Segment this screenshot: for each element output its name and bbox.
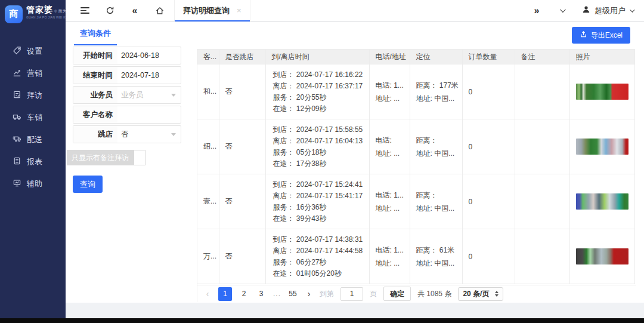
sidebar-item-label: 车销 xyxy=(27,112,42,123)
sidebar-nav: 设置 营销 拜访 车销 配送 报表 xyxy=(0,27,66,195)
time-cell: 到店： 2024-07-17 14:38:31 离店： 2024-07-17 1… xyxy=(265,229,369,284)
phone-address-cell: 电话: 1... 地址: ... xyxy=(369,64,410,119)
sidebar-item-visit[interactable]: 拜访 xyxy=(0,84,66,106)
remark-cell xyxy=(515,119,569,174)
tab-visit-detail-query[interactable]: 拜访明细查询 × xyxy=(174,0,250,21)
sidebar-item-settings[interactable]: 设置 xyxy=(0,40,66,62)
query-form: 开始时间 结束时间 业务员 业务员 客户名称 跳店 否 xyxy=(73,47,181,145)
pagination-bar: ‹ 1 2 3 ... 55 › 到第 页 确定 共 1085 条 20 条/页 xyxy=(197,285,636,302)
end-date-input[interactable] xyxy=(117,67,181,84)
customer-name-label: 客户名称 xyxy=(73,106,117,123)
menu-fold-icon[interactable] xyxy=(80,6,89,16)
monitor-icon xyxy=(13,179,21,189)
phone-address-cell: 电话: 1... 地址: ... xyxy=(369,174,410,229)
skip-cell: 否 xyxy=(219,174,265,229)
start-date-row: 开始时间 xyxy=(73,47,181,64)
caret-down-icon xyxy=(171,133,176,136)
sidebar-item-label: 辅助 xyxy=(27,179,42,189)
user-menu[interactable]: 超级用户 xyxy=(582,5,633,16)
customer-cell: 绍... xyxy=(197,119,219,174)
col-location: 定位 xyxy=(410,50,462,64)
sidebar-item-reports[interactable]: 报表 xyxy=(0,150,66,173)
skip-store-select[interactable]: 否 xyxy=(117,126,181,143)
remark-cell xyxy=(515,229,569,284)
col-remark: 备注 xyxy=(515,50,569,64)
next-page-icon[interactable]: › xyxy=(305,289,313,299)
order-count-cell: 0 xyxy=(462,229,515,284)
store-photo-thumbnail[interactable] xyxy=(576,248,628,264)
sidebar-item-assist[interactable]: 辅助 xyxy=(0,173,66,195)
collapse-left-icon[interactable]: « xyxy=(130,6,140,16)
remark-only-checkbox[interactable] xyxy=(134,150,145,165)
col-phone-address: 电话/地址 xyxy=(369,50,410,64)
location-cell: 距离： 地址: 中国... xyxy=(410,174,462,229)
export-excel-button[interactable]: 导出Excel xyxy=(572,27,630,44)
sidebar-item-vehicle-sales[interactable]: 车销 xyxy=(0,106,66,128)
remark-cell xyxy=(515,174,569,229)
document-pen-icon xyxy=(13,90,21,101)
sidebar-item-label: 报表 xyxy=(27,156,42,167)
chevron-down-icon[interactable] xyxy=(557,6,566,16)
content-footer-strip xyxy=(66,303,644,318)
store-photo-thumbnail[interactable] xyxy=(576,84,628,100)
remark-only-toggle[interactable]: 只显示有备注拜访 xyxy=(67,150,145,165)
customer-name-input[interactable] xyxy=(117,106,181,123)
sidebar-item-label: 设置 xyxy=(27,46,42,57)
customer-cell: 和... xyxy=(197,64,219,119)
page-button-1[interactable]: 1 xyxy=(218,287,232,301)
chart-icon xyxy=(13,68,21,79)
order-count-cell: 0 xyxy=(462,174,515,229)
brand-registered-mark: ® xyxy=(54,10,57,13)
photo-cell xyxy=(569,174,634,229)
prev-page-icon[interactable]: ‹ xyxy=(203,289,212,299)
store-photo-thumbnail[interactable] xyxy=(576,139,628,155)
select-spinner-icon xyxy=(495,291,499,297)
store-photo-thumbnail[interactable] xyxy=(576,193,628,210)
sidebar-item-marketing[interactable]: 营销 xyxy=(0,62,66,84)
home-icon[interactable] xyxy=(155,6,165,16)
end-date-row: 结束时间 xyxy=(73,66,181,84)
table-header-row: 客... 是否跳店 到/离店时间 电话/地址 定位 订单数量 备注 照片 xyxy=(197,50,634,64)
col-customer: 客... xyxy=(197,50,219,64)
total-count-label: 共 1085 条 xyxy=(417,289,451,299)
close-icon[interactable]: × xyxy=(237,6,242,15)
time-cell: 到店： 2024-07-17 16:16:22 离店： 2024-07-17 1… xyxy=(265,64,369,119)
photo-cell xyxy=(569,119,634,174)
query-conditions-tab[interactable]: 查询条件 xyxy=(74,22,117,45)
caret-down-icon xyxy=(171,94,176,97)
col-order-count: 订单数量 xyxy=(462,50,515,64)
brand-logo[interactable]: 商 管家婆 ® 简为快消 GUAN JIA PO JIAN WEI KUAI X… xyxy=(0,0,66,27)
refresh-icon[interactable] xyxy=(105,6,114,16)
page-button-55[interactable]: 55 xyxy=(287,290,298,298)
report-icon xyxy=(13,156,21,167)
chevron-down-icon xyxy=(630,7,634,12)
page-button-2[interactable]: 2 xyxy=(239,290,249,298)
photo-cell xyxy=(569,64,634,119)
skip-store-row: 跳店 否 xyxy=(73,125,181,143)
location-cell: 距离： 177米 地址: 中国... xyxy=(410,64,462,119)
main-content: 查询条件 导出Excel 开始时间 结束时间 业务员 业务员 xyxy=(66,22,644,303)
brand-name: 管家婆 xyxy=(26,5,53,14)
page-size-select[interactable]: 20 条/页 xyxy=(458,287,503,301)
salesman-select[interactable]: 业务员 xyxy=(117,87,181,103)
col-photo: 照片 xyxy=(569,50,634,64)
top-header: « 拜访明细查询 × » 超级用户 xyxy=(66,0,644,21)
expand-right-icon[interactable]: » xyxy=(532,6,541,16)
sidebar: 商 管家婆 ® 简为快消 GUAN JIA PO JIAN WEI KUAI X… xyxy=(0,0,66,318)
salesman-label: 业务员 xyxy=(73,87,117,103)
start-date-label: 开始时间 xyxy=(73,47,117,64)
end-date-label: 结束时间 xyxy=(73,67,117,84)
phone-address-cell: 电话: 1... 地址: ... xyxy=(369,229,410,284)
goto-page-input[interactable] xyxy=(340,287,363,301)
page-button-3[interactable]: 3 xyxy=(256,290,267,298)
order-count-cell: 0 xyxy=(462,119,515,174)
sidebar-item-delivery[interactable]: 配送 xyxy=(0,128,66,150)
start-date-input[interactable] xyxy=(117,47,181,64)
visit-table-container: 客... 是否跳店 到/离店时间 电话/地址 定位 订单数量 备注 照片 和..… xyxy=(197,49,636,302)
location-cell: 距离： 地址: 中国... xyxy=(410,119,462,174)
visit-table: 客... 是否跳店 到/离店时间 电话/地址 定位 订单数量 备注 照片 和..… xyxy=(197,49,635,284)
delivery-truck-icon xyxy=(13,134,21,145)
goto-confirm-button[interactable]: 确定 xyxy=(383,287,411,301)
search-button[interactable]: 查询 xyxy=(73,176,103,193)
photo-cell xyxy=(569,229,634,284)
